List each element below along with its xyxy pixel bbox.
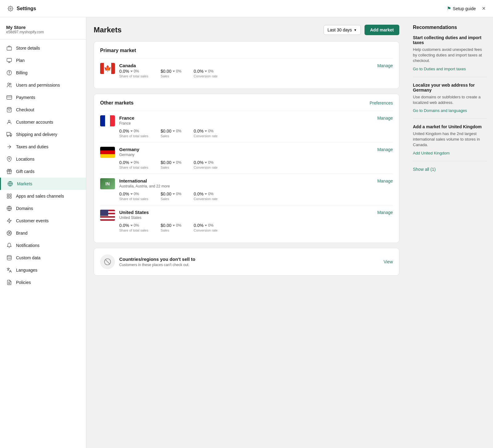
view-countries-link[interactable]: View: [384, 259, 393, 264]
sidebar-item-locations[interactable]: Locations: [0, 153, 86, 165]
market-name-canada: Canada: [119, 63, 136, 68]
content-area: Markets Last 30 days ▼ Add market Primar…: [86, 17, 407, 448]
sidebar-item-policies[interactable]: Policies: [0, 276, 86, 289]
stat-canada-sales: $0.00 0% Sales: [161, 69, 181, 78]
rec-item-germany: Localize your web address for Germany Us…: [413, 83, 487, 119]
sidebar-item-customer-accounts[interactable]: Customer accounts: [0, 116, 86, 128]
market-sub-us: United States: [119, 216, 393, 220]
manage-germany-link[interactable]: Manage: [377, 147, 393, 152]
main-layout: My Store e58d97.myshopify.com Store deta…: [0, 17, 493, 448]
sidebar-item-languages[interactable]: Languages: [0, 264, 86, 276]
svg-marker-11: [10, 134, 12, 135]
rec-desc-germany: Use domains or subfolders to create a lo…: [413, 94, 487, 105]
preferences-link[interactable]: Preferences: [370, 101, 393, 105]
sidebar-label-locations: Locations: [16, 157, 35, 162]
triangle-down-icon: [205, 193, 207, 195]
markets-icon: [7, 181, 13, 187]
svg-marker-25: [7, 219, 11, 223]
languages-icon: [6, 267, 12, 273]
date-filter-button[interactable]: Last 30 days ▼: [324, 25, 361, 35]
sidebar-item-plan[interactable]: Plan: [0, 54, 86, 67]
market-name-germany: Germany: [119, 147, 139, 152]
notifications-icon: [6, 242, 12, 249]
sidebar-item-domains[interactable]: Domains: [0, 202, 86, 215]
sidebar-item-shipping-delivery[interactable]: Shipping and delivery: [0, 128, 86, 141]
market-name-international: International: [119, 178, 147, 183]
other-markets-section: Other markets Preferences France Manage …: [94, 94, 399, 243]
store-info: My Store e58d97.myshopify.com: [0, 22, 86, 39]
market-info-france: France Manage France 0.0% 0% Share of to…: [119, 115, 393, 138]
triangle-down-icon: [130, 130, 133, 132]
svg-rect-21: [10, 194, 11, 195]
sidebar-item-markets[interactable]: Markets: [0, 178, 86, 190]
manage-us-link[interactable]: Manage: [377, 210, 393, 215]
sidebar-item-billing[interactable]: Billing: [0, 67, 86, 79]
sidebar-item-taxes-duties[interactable]: Taxes and duties: [0, 141, 86, 153]
sidebar-item-payments[interactable]: Payments: [0, 91, 86, 104]
sidebar-label-billing: Billing: [16, 70, 27, 75]
rec-link-duties[interactable]: Go to Duties and import taxes: [413, 67, 466, 71]
sidebar-item-users-permissions[interactable]: Users and permissions: [0, 79, 86, 91]
topbar-title: Settings: [17, 6, 36, 11]
svg-point-12: [7, 135, 8, 137]
svg-line-31: [105, 260, 110, 264]
sidebar-item-apps[interactable]: Apps and sales channels: [0, 190, 86, 202]
users-icon: [6, 82, 12, 88]
show-all-link[interactable]: Show all (1): [413, 167, 487, 172]
close-button[interactable]: ×: [482, 5, 486, 12]
events-icon: [6, 218, 12, 224]
rec-desc-duties: Help customers avoid unexpected fees by …: [413, 47, 487, 64]
sidebar-label-store-details: Store details: [16, 46, 40, 51]
market-row-france: France Manage France 0.0% 0% Share of to…: [100, 111, 393, 142]
rec-item-uk: Add a market for United Kingdom United K…: [413, 124, 487, 161]
sidebar-label-policies: Policies: [16, 280, 31, 285]
sidebar-item-checkout[interactable]: Checkout: [0, 104, 86, 116]
sidebar-item-notifications[interactable]: Notifications: [0, 239, 86, 252]
triangle-down-icon: [205, 225, 207, 226]
taxes-icon: [6, 144, 12, 150]
market-stats-international: 0.0% 0% Share of total sales $0.00 0% Sa…: [119, 191, 393, 201]
countries-info: Countries/regions you don't sell to Cust…: [119, 257, 379, 267]
sidebar-item-gift-cards[interactable]: Gift cards: [0, 165, 86, 178]
custom-data-icon: [6, 255, 12, 261]
manage-international-link[interactable]: Manage: [377, 179, 393, 183]
market-row-germany: Germany Manage Germany 0.0% 0% Share of …: [100, 142, 393, 174]
market-stats-canada: 0.0% 0% Share of total sales $0.00: [119, 69, 393, 78]
sidebar-label-events: Customer events: [16, 218, 49, 223]
triangle-down-icon: [130, 71, 133, 72]
recommendations-title: Recommendations: [413, 25, 487, 30]
triangle-down-icon: [173, 130, 175, 132]
sidebar-label-custom-data: Custom data: [16, 255, 40, 260]
sidebar-label-apps: Apps and sales channels: [16, 194, 64, 199]
sidebar-label-plan: Plan: [16, 58, 25, 63]
sidebar-item-customer-events[interactable]: Customer events: [0, 215, 86, 227]
flag-germany: [100, 147, 115, 158]
sidebar-item-brand[interactable]: Brand: [0, 227, 86, 239]
shipping-icon: [6, 131, 12, 138]
market-sub-international: Australia, Austria, and 22 more: [119, 184, 393, 188]
rec-title-duties: Start collecting duties and import taxes: [413, 35, 487, 45]
sidebar-item-custom-data[interactable]: Custom data: [0, 252, 86, 264]
svg-point-5: [10, 83, 11, 85]
triangle-down-icon: [205, 130, 207, 132]
rec-title-germany: Localize your web address for Germany: [413, 83, 487, 92]
triangle-down-icon: [130, 193, 133, 195]
policies-icon: [6, 279, 12, 286]
setup-guide-button[interactable]: ⚑ Setup guide: [447, 6, 476, 11]
add-market-button[interactable]: Add market: [365, 25, 399, 35]
other-markets-title: Other markets: [100, 100, 134, 106]
manage-france-link[interactable]: Manage: [377, 116, 393, 121]
rec-link-germany[interactable]: Go to Domains and languages: [413, 108, 467, 113]
sidebar-label-shipping: Shipping and delivery: [16, 132, 57, 137]
sidebar: My Store e58d97.myshopify.com Store deta…: [0, 17, 86, 448]
rec-link-uk[interactable]: Add United Kingdom: [413, 151, 450, 155]
sidebar-label-customer-accounts: Customer accounts: [16, 120, 53, 125]
customer-accounts-icon: [6, 119, 12, 125]
triangle-down-icon: [173, 71, 175, 72]
right-panel: Recommendations Start collecting duties …: [407, 17, 493, 448]
stat-canada-share: 0.0% 0% Share of total sales: [119, 69, 148, 78]
sidebar-label-markets: Markets: [17, 181, 32, 186]
manage-canada-link[interactable]: Manage: [377, 63, 393, 68]
sidebar-item-store-details[interactable]: Store details: [0, 42, 86, 54]
countries-title: Countries/regions you don't sell to: [119, 257, 379, 262]
